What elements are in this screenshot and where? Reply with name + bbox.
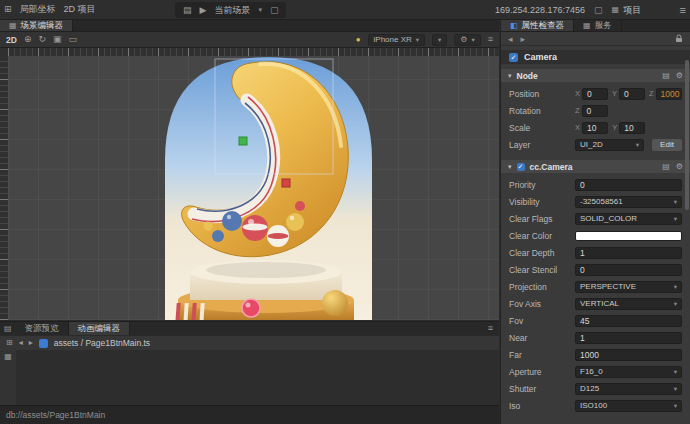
settings-select[interactable]: ⚙ ▾ (454, 34, 480, 46)
rect-tool-icon[interactable]: ▭ (68, 35, 77, 44)
device-icon[interactable]: ▢ (594, 6, 603, 15)
caret-down-icon: ▾ (674, 283, 677, 291)
node-header-row[interactable]: ✓ Camera (501, 50, 690, 64)
project-button[interactable]: ▦ 项目 (612, 4, 642, 17)
layer-edit-button[interactable]: Edit (652, 139, 682, 151)
move-tool-icon[interactable]: ⊕ (24, 35, 32, 44)
collapse-icon[interactable]: ▾ (508, 163, 512, 171)
panels-icon[interactable]: ▤ (183, 6, 192, 15)
gold-ball[interactable] (322, 290, 348, 316)
chevron-down-icon[interactable]: ▾ (258, 6, 262, 14)
tab-animation-editor[interactable]: 动画编辑器 (69, 322, 131, 335)
assets-toolbar: ⊞ ◂ ▸ assets / Page1BtnMain.ts (0, 335, 499, 350)
prop-label: Rotation (509, 106, 575, 116)
monitor-icon[interactable]: ▢ (270, 6, 279, 15)
strip-icon[interactable]: ▦ (4, 353, 12, 405)
chevron-down-icon: ▾ (471, 36, 474, 44)
priority-input[interactable]: 0 (575, 179, 682, 191)
position-z-input[interactable]: 1000 (656, 88, 682, 100)
aperture-select[interactable]: F16_0 ▾ (575, 366, 682, 378)
layer-select[interactable]: UI_2D ▾ (575, 139, 644, 151)
position-y-input[interactable]: 0 (619, 88, 645, 100)
device-select[interactable]: iPhone XR ▾ (368, 34, 426, 46)
clear-color-swatch[interactable] (575, 231, 682, 241)
ts-file-icon (39, 339, 48, 348)
assets-side-strip: ▦ (0, 350, 16, 405)
caret-down-icon: ▾ (674, 215, 677, 223)
gizmo-handle-green[interactable] (239, 137, 247, 145)
row-projection: Projection PERSPECTIVE ▾ (509, 279, 682, 294)
axis-cell: Z 0 (575, 105, 608, 117)
preview-address[interactable]: 169.254.228.176:7456 (495, 5, 585, 15)
play-icon[interactable]: ▶ (200, 6, 207, 15)
section-header-camera[interactable]: ▾ ✓ cc.Camera ▤ ⚙ (501, 160, 690, 173)
scene-canvas[interactable] (8, 56, 499, 320)
iso-select[interactable]: ISO100 ▾ (575, 400, 682, 412)
section-header-node[interactable]: ▾ Node ▤ ⚙ (501, 69, 690, 82)
layer-controls: UI_2D ▾ Edit (575, 139, 682, 151)
prop-label: Fov (509, 316, 575, 326)
list-icon[interactable]: ≡ (488, 35, 493, 44)
project-button-label: 项目 (623, 4, 641, 17)
project-type-label[interactable]: 2D 项目 (64, 3, 96, 16)
projection-select[interactable]: PERSPECTIVE ▾ (575, 281, 682, 293)
node-enabled-checkbox[interactable]: ✓ (509, 53, 518, 62)
forward-icon[interactable]: ▸ (29, 339, 33, 347)
shutter-select[interactable]: D125 ▾ (575, 383, 682, 395)
gizmo-handle-red[interactable] (282, 179, 290, 187)
breadcrumb[interactable]: assets / Page1BtnMain.ts (54, 338, 150, 348)
position-x-input[interactable]: 0 (582, 88, 608, 100)
visibility-select[interactable]: -325058561 ▾ (575, 196, 682, 208)
clear-flags-select[interactable]: SOLID_COLOR ▾ (575, 213, 682, 225)
paste-icon[interactable]: ▤ (662, 71, 670, 80)
assets-tab-bar: ▤ 资源预览 动画编辑器 ≡ (0, 321, 499, 335)
toolbar-left-group: ⊞ 局部坐标 2D 项目 (4, 3, 96, 16)
axis-cell: X 0 (575, 88, 608, 100)
panel-menu-icon[interactable]: ≡ (488, 324, 499, 333)
assets-content[interactable]: ▦ (0, 350, 499, 405)
near-input[interactable]: 1 (575, 332, 682, 344)
far-input[interactable]: 1000 (575, 349, 682, 361)
scene-tab-icon: ▦ (9, 22, 17, 30)
scene-select[interactable]: 当前场景 (214, 4, 250, 17)
panel-icon[interactable]: ▤ (4, 325, 12, 333)
clear-depth-input[interactable]: 1 (575, 247, 682, 259)
gear-icon[interactable]: ⚙ (676, 71, 683, 80)
collapse-icon[interactable]: ▾ (508, 72, 512, 80)
coord-mode-label[interactable]: 局部坐标 (20, 3, 56, 16)
grid-view-icon[interactable]: ⊞ (6, 339, 13, 347)
tab-asset-preview[interactable]: 资源预览 (16, 322, 69, 335)
select-value: ISO100 (580, 401, 674, 410)
fov-axis-select[interactable]: VERTICAL ▾ (575, 298, 682, 310)
rotate-tool-icon[interactable]: ↻ (38, 35, 46, 44)
row-scale: Scale X 10 Y 10 (509, 120, 682, 135)
camera-enabled-checkbox[interactable]: ✓ (517, 163, 525, 171)
tab-service[interactable]: ▦ 服务 (574, 20, 622, 31)
scale-tool-icon[interactable]: ▣ (53, 35, 62, 44)
back-icon[interactable]: ◂ (19, 339, 23, 347)
lock-icon[interactable] (675, 34, 683, 43)
nav-back-icon[interactable]: ◂ (508, 34, 513, 44)
fov-input[interactable]: 45 (575, 315, 682, 327)
paste-icon[interactable]: ▤ (662, 162, 670, 171)
zoom-select[interactable]: ▾ (432, 34, 447, 46)
row-fov: Fov 45 (509, 313, 682, 328)
clear-stencil-input[interactable]: 0 (575, 264, 682, 276)
apps-icon[interactable]: ⊞ (4, 5, 12, 14)
tab-inspector[interactable]: ◧ 属性检查器 (501, 20, 574, 31)
toolbar-right-group: 169.254.228.176:7456 ▢ ▦ 项目 ≡ (495, 0, 686, 20)
nav-forward-icon[interactable]: ▸ (521, 34, 526, 44)
podium-top[interactable] (190, 260, 342, 300)
scale-y-input[interactable]: 10 (619, 122, 645, 134)
gizmo-light-icon[interactable]: ● (356, 35, 361, 44)
mode-2d-toggle[interactable]: 2D (6, 35, 17, 45)
scale-x-input[interactable]: 10 (582, 122, 608, 134)
scrollbar[interactable] (685, 60, 689, 210)
menu-icon[interactable]: ≡ (680, 4, 686, 16)
gear-icon[interactable]: ⚙ (676, 162, 683, 171)
select-value: -325058561 (580, 197, 674, 206)
pink-button-highlight (246, 303, 251, 308)
rotation-z-input[interactable]: 0 (582, 105, 609, 117)
pink-button[interactable] (242, 299, 260, 317)
tab-scene-editor[interactable]: ▦ 场景编辑器 (0, 20, 73, 31)
